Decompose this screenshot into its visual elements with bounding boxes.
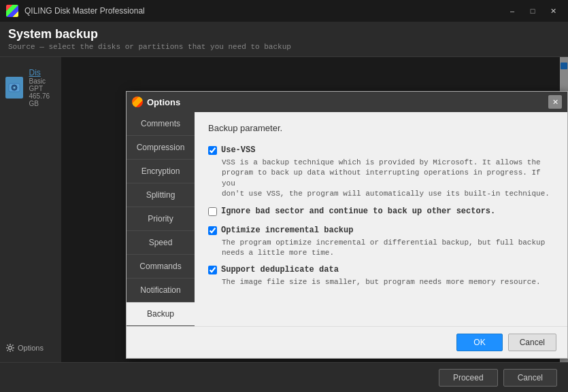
svg-point-2 — [14, 87, 16, 89]
disk-label: Dis — [29, 68, 56, 77]
checkbox-row-vss: Use-VSS — [208, 145, 554, 155]
option-optimize-incremental: Optimize incremental backup The program … — [208, 226, 554, 259]
sidebar-options[interactable]: Options — [0, 339, 61, 357]
disk-type: Basic GPT — [29, 77, 56, 92]
cancel-button[interactable]: Cancel — [503, 369, 557, 387]
support-dedup-label[interactable]: Support deduplicate data — [221, 265, 339, 274]
page-subtitle: Source — select the disks or partitions … — [8, 43, 291, 51]
nav-speed[interactable]: Speed — [127, 231, 195, 255]
checkbox-row-dedup: Support deduplicate data — [208, 265, 554, 274]
disk-row: Dis Basic GPT 465.76 GB — [5, 68, 56, 107]
use-vss-checkbox[interactable] — [208, 146, 217, 155]
use-vss-label[interactable]: Use-VSS — [221, 145, 255, 155]
options-modal: Options ✕ Comments Compression Encryptio… — [126, 91, 568, 359]
content-area: Dis Basic GPT 465.76 GB Options — [0, 57, 568, 362]
nav-backup[interactable]: Backup — [127, 302, 195, 326]
minimize-button[interactable]: – — [503, 4, 522, 18]
maximize-button[interactable]: □ — [523, 4, 542, 18]
main-window: QILING Disk Master Professional – □ ✕ Sy… — [0, 0, 568, 392]
disk-icon — [5, 77, 23, 99]
gear-icon — [5, 343, 15, 353]
disk-size: 465.76 GB — [29, 92, 56, 107]
modal-title: Options — [147, 97, 180, 107]
modal-body: Comments Compression Encryption Splittin… — [127, 112, 567, 326]
nav-splitting[interactable]: Splitting — [127, 183, 195, 207]
support-dedup-desc: The image file size is smaller, but prog… — [222, 277, 554, 287]
modal-cancel-button[interactable]: Cancel — [508, 334, 556, 351]
option-ignore-bad-sector: Ignore bad sector and continue to back u… — [208, 207, 554, 219]
checkbox-row-optimize: Optimize incremental backup — [208, 226, 554, 235]
use-vss-desc: VSS is a backup technique which is provi… — [222, 158, 554, 200]
nav-compression[interactable]: Compression — [127, 136, 195, 160]
modal-footer: OK Cancel — [127, 326, 567, 358]
section-title: Backup parameter. — [208, 123, 554, 133]
app-icon-graphic — [6, 5, 18, 17]
optimize-incremental-desc: The program optimize incremental or diff… — [222, 238, 554, 259]
modal-icon — [132, 96, 143, 107]
title-bar-left: QILING Disk Master Professional — [5, 4, 145, 18]
header-area: System backup Source — select the disks … — [0, 22, 568, 57]
title-bar: QILING Disk Master Professional – □ ✕ — [0, 0, 568, 22]
app-title: QILING Disk Master Professional — [24, 6, 145, 16]
modal-overlay: Options ✕ Comments Compression Encryptio… — [61, 57, 568, 362]
main-area: Destination: Task name: Options ✕ — [61, 57, 568, 362]
optimize-incremental-label[interactable]: Optimize incremental backup — [221, 226, 353, 235]
page-title: System backup — [8, 27, 291, 41]
optimize-incremental-checkbox[interactable] — [208, 226, 217, 235]
nav-encryption[interactable]: Encryption — [127, 160, 195, 183]
modal-title-left: Options — [132, 96, 180, 107]
modal-title-bar: Options ✕ — [127, 92, 567, 112]
app-close-button[interactable]: ✕ — [544, 4, 563, 18]
nav-notification[interactable]: Notification — [127, 279, 195, 302]
nav-commands[interactable]: Commands — [127, 255, 195, 279]
bottom-bar: Proceed Cancel — [0, 362, 568, 392]
modal-ok-button[interactable]: OK — [456, 334, 502, 351]
left-sidebar: Dis Basic GPT 465.76 GB Options — [0, 57, 61, 362]
option-use-vss: Use-VSS VSS is a backup technique which … — [208, 145, 554, 200]
modal-close-button[interactable]: ✕ — [548, 95, 562, 109]
svg-point-3 — [9, 346, 12, 350]
support-dedup-checkbox[interactable] — [208, 266, 217, 274]
nav-comments[interactable]: Comments — [127, 112, 195, 136]
option-support-dedup: Support deduplicate data The image file … — [208, 265, 554, 287]
disk-panel: Dis Basic GPT 465.76 GB — [0, 63, 61, 113]
checkbox-row-bad-sector: Ignore bad sector and continue to back u… — [208, 207, 554, 216]
modal-content: Backup parameter. Use-VSS VSS is a backu… — [195, 112, 567, 326]
ignore-bad-sector-label[interactable]: Ignore bad sector and continue to back u… — [221, 207, 495, 216]
disk-info: Dis Basic GPT 465.76 GB — [29, 68, 56, 107]
app-icon — [5, 4, 19, 18]
title-bar-controls: – □ ✕ — [503, 4, 563, 18]
nav-priority[interactable]: Priority — [127, 207, 195, 231]
options-label: Options — [18, 344, 44, 352]
modal-sidebar: Comments Compression Encryption Splittin… — [127, 112, 195, 326]
proceed-button[interactable]: Proceed — [439, 369, 498, 387]
ignore-bad-sector-checkbox[interactable] — [208, 207, 217, 216]
